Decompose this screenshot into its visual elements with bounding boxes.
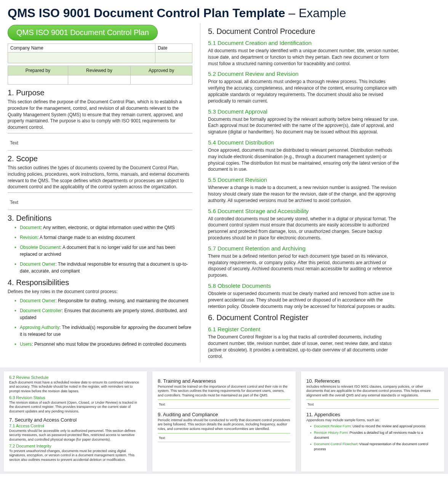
section-5-5-heading: 5.5 Document Revision (208, 176, 400, 183)
section-10-text-input: Text (306, 400, 439, 408)
title-bold: QMS ISO 9001 Document Control Plan Templ… (8, 6, 285, 20)
thumbnail-page-2[interactable]: 6.2 Review Schedule Each document must h… (4, 371, 147, 472)
section-6-1-desc: The Document Control Register is a log t… (208, 334, 400, 359)
list-item: Users: Personnel who must follow the pro… (14, 341, 192, 348)
section-1-text-input[interactable]: Text (8, 134, 192, 149)
definitions-list: Document: Any written, electronic, or di… (8, 224, 192, 274)
section-2-heading: 2. Scope (8, 154, 192, 163)
divider (8, 210, 192, 210)
section-1-heading: 1. Purpose (8, 88, 192, 97)
section-5-heading: 5. Document Control Procedure (208, 27, 400, 36)
date-input[interactable] (155, 53, 192, 63)
section-5-6-desc: All controlled documents must be securel… (208, 216, 400, 241)
divider (158, 408, 290, 409)
list-item: Document Review Form: Used to record the… (310, 424, 439, 429)
section-8-desc: Personnel must be trained on the importa… (158, 385, 290, 398)
divider (8, 150, 192, 151)
section-5-4-desc: Once approved, documents must be distrib… (208, 147, 400, 173)
section-5-1-heading: 5.1 Document Creation and Identification (208, 40, 400, 46)
right-column: 5. Document Control Procedure 5.1 Docume… (200, 23, 400, 362)
section-5-7-heading: 5.7 Document Retention and Archiving (208, 245, 400, 252)
list-item: Obsolete Document: A document that is no… (14, 244, 192, 258)
section-9-desc: Periodic internal audits should be condu… (158, 418, 290, 431)
section-5-3-heading: 5.3 Document Approval (208, 108, 400, 115)
company-input[interactable] (8, 53, 155, 63)
page-title: QMS ISO 9001 Document Control Plan Templ… (0, 0, 448, 23)
date-label: Date (155, 44, 192, 53)
appendices-list: Document Review Form: Used to record the… (306, 424, 439, 452)
section-2-desc: This section outlines the types of docum… (8, 165, 192, 190)
section-11-heading: 11. Appendices (306, 412, 439, 417)
section-7-heading: 7. Security and Access Control (9, 417, 142, 423)
thumbnail-page-3[interactable]: 8. Training and Awareness Personnel must… (152, 371, 296, 472)
section-6-1-heading: 6.1 Register Content (208, 326, 400, 332)
section-9-text-input: Text (158, 434, 290, 441)
responsibilities-list: Document Owner: Responsible for drafting… (8, 297, 192, 348)
divider (306, 399, 439, 400)
section-6-2-heading: 6.2 Review Schedule (9, 375, 142, 380)
list-item: Revision: A formal change made to an exi… (14, 234, 192, 241)
prepared-by-header: Prepared by (8, 66, 68, 75)
divider (8, 192, 192, 193)
divider (8, 133, 192, 133)
list-item: Document Control Flowchart: Visual repre… (310, 442, 439, 452)
section-8-heading: 8. Training and Awareness (158, 378, 290, 384)
section-6-heading: 6. Document Control Register (208, 313, 400, 322)
section-4-heading: 4. Responsibilities (8, 278, 192, 287)
list-item: Document Owner: Responsible for drafting… (14, 297, 192, 304)
section-7-2-desc: To prevent unauthorized changes, documen… (9, 449, 142, 462)
approved-by-header: Approved by (131, 66, 192, 75)
section-6-3-desc: The revision status of each document (Op… (9, 401, 142, 414)
section-9-heading: 9. Auditing and Compliance (158, 412, 290, 417)
page-thumbnails: 6.2 Review Schedule Each document must h… (0, 367, 448, 474)
list-item: Document Controller: Ensures that docume… (14, 307, 192, 321)
section-5-8-heading: 5.8 Obsolete Documents (208, 282, 400, 289)
section-10-heading: 10. References (306, 378, 439, 384)
section-7-2-heading: 7.2 Document Integrity (9, 444, 142, 448)
document-badge: QMS ISO 9001 Document Control Plan (8, 25, 158, 40)
section-2-text-input[interactable]: Text (8, 194, 192, 209)
section-7-1-heading: 7.1 Access Control (9, 423, 142, 428)
section-3-heading: 3. Definitions (8, 214, 192, 223)
signoff-table: Prepared by Reviewed by Approved by (8, 66, 192, 85)
list-item: Revision History Form: Provides a detail… (310, 430, 439, 441)
section-5-2-heading: 5.2 Document Review and Revision (208, 71, 400, 77)
section-5-6-heading: 5.6 Document Storage and Accessibility (208, 208, 400, 214)
section-11-desc: Appendices may include sample forms, suc… (306, 418, 439, 423)
section-5-1-desc: All documents must be clearly identified… (208, 48, 400, 67)
list-item: Document: Any written, electronic, or di… (14, 224, 192, 231)
section-6-3-heading: 6.3 Revision Status (9, 395, 142, 400)
section-5-7-desc: There must be a defined retention period… (208, 253, 400, 279)
section-6-2-desc: Each document must have a scheduled revi… (9, 380, 142, 394)
title-light: – Example (285, 6, 346, 20)
divider (306, 408, 439, 409)
reviewed-by-header: Reviewed by (68, 66, 130, 75)
divider (158, 442, 290, 442)
section-8-text-input: Text (158, 400, 290, 408)
section-5-3-desc: Documents must be formally approved by t… (208, 116, 400, 135)
company-date-table: Company Name Date (8, 43, 192, 63)
section-4-desc: Defines the key roles in the document co… (8, 289, 192, 295)
reviewed-by-input[interactable] (68, 75, 130, 85)
section-5-5-desc: Whenever a change is made to a document,… (208, 184, 400, 204)
section-5-4-heading: 5.4 Document Distribution (208, 139, 400, 146)
list-item: Approving Authority: The individual(s) r… (14, 324, 192, 338)
section-5-8-desc: Obsolete or superseded documents must be… (208, 290, 400, 310)
company-label: Company Name (8, 44, 155, 53)
list-item: Document Owner: The individual responsib… (14, 261, 192, 274)
left-column: QMS ISO 9001 Document Control Plan Compa… (8, 23, 200, 362)
divider (158, 399, 290, 400)
approved-by-input[interactable] (131, 75, 192, 85)
divider (158, 433, 290, 433)
thumbnail-page-4[interactable]: 10. References Includes references to re… (301, 371, 444, 472)
prepared-by-input[interactable] (8, 75, 68, 85)
section-1-desc: This section defines the purpose of the … (8, 99, 192, 131)
section-7-1-desc: Documents should be accessible only to a… (9, 429, 142, 442)
section-10-desc: Includes references to relevant ISO 9001… (306, 385, 439, 398)
section-5-2-desc: Prior to approval, all documents must un… (208, 79, 400, 104)
